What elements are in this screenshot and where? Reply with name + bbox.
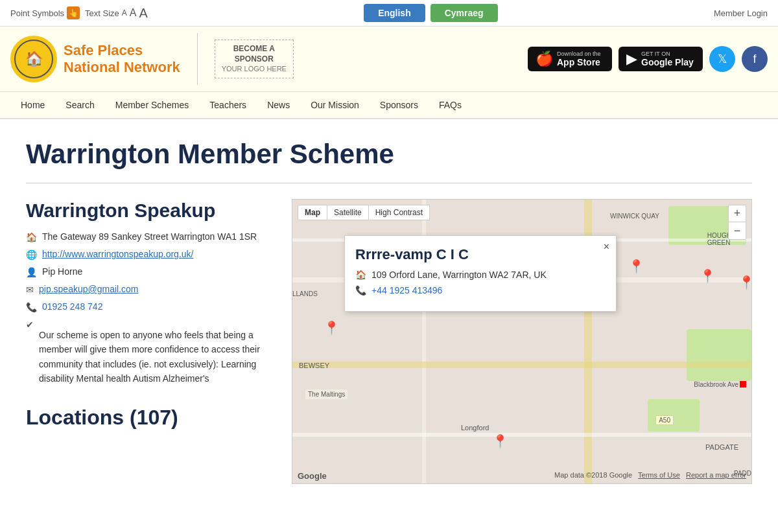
zoom-in-button[interactable]: +	[729, 205, 746, 222]
website-link[interactable]: http://www.warringtonspeakup.org.uk/	[42, 249, 193, 259]
popup-address: 109 Orford Lane, Warrington WA2 7AR, UK	[371, 270, 547, 280]
map-footer: Google Map data ©2018 Google Terms of Us…	[292, 471, 751, 481]
map-label-padgate: PADGATE	[705, 443, 738, 451]
map-pin-6[interactable]: 📍	[492, 434, 508, 449]
map-container[interactable]: WINWICK QUAY HOUGHTONGREEN HULME LLANDS …	[292, 199, 752, 484]
phone-link[interactable]: 01925 248 742	[42, 301, 102, 312]
appstore-badge[interactable]: 🍎 Download on the App Store	[528, 47, 612, 71]
popup-phone-link[interactable]: +44 1925 413496	[371, 285, 442, 295]
popup-title: Rrrre-vamp C I C	[355, 246, 606, 263]
map-tab-satellite[interactable]: Satellite	[327, 205, 369, 220]
main-columns: Warrington Speakup The Gateway 89 Sankey…	[26, 199, 752, 484]
map-label-maltings: The Maltings	[305, 389, 348, 399]
facebook-icon[interactable]: f	[742, 46, 768, 72]
nav-news[interactable]: News	[257, 92, 300, 118]
left-column: Warrington Speakup The Gateway 89 Sankey…	[26, 199, 272, 484]
sponsor-box[interactable]: BECOME A SPONSOR YOUR LOGO HERE	[215, 40, 294, 78]
nav-our-mission[interactable]: Our Mission	[300, 92, 370, 118]
website-icon	[26, 249, 37, 260]
english-button[interactable]: English	[364, 4, 425, 22]
language-switcher: English Cymraeg	[364, 4, 497, 22]
google-logo: Google	[298, 471, 327, 481]
map-pin-1[interactable]: 📍	[324, 320, 340, 336]
map-road6	[292, 433, 751, 437]
nav-home[interactable]: Home	[10, 92, 55, 118]
nav-member-schemes[interactable]: Member Schemes	[105, 92, 200, 118]
address-row: The Gateway 89 Sankey Street Warrington …	[26, 231, 272, 242]
map-label-bewsey: BEWSEY	[299, 362, 329, 369]
phone-row: 01925 248 742	[26, 301, 272, 312]
address-icon	[26, 232, 37, 242]
zoom-out-button[interactable]: −	[729, 222, 746, 239]
scheme-description: Our scheme is open to anyone who feels t…	[39, 328, 272, 386]
text-size-large[interactable]: A	[139, 6, 148, 21]
sponsor-line1: BECOME A	[233, 44, 275, 54]
map-label-llands: LLANDS	[292, 290, 318, 297]
appstore-main: App Store	[557, 57, 601, 67]
site-logo[interactable]: 🏠	[10, 36, 57, 82]
googleplay-main: Google Play	[641, 57, 694, 67]
header-divider	[197, 33, 198, 85]
logo-inner: 🏠	[14, 40, 53, 78]
map-data-text: Map data ©2018 Google Terms of Use Repor…	[554, 471, 746, 481]
member-login-link[interactable]: Member Login	[714, 8, 768, 18]
map-label-blackbrook: Blackbrook Ave	[694, 381, 738, 388]
contact-row: Pip Horne	[26, 266, 272, 277]
appstore-sub: Download on the	[557, 51, 601, 57]
site-name-line1: Safe Places National Network	[64, 42, 180, 76]
nav-teachers[interactable]: Teachers	[199, 92, 257, 118]
nav-search[interactable]: Search	[55, 92, 104, 118]
top-bar: Point Symbols 👆 Text Size A A A English …	[0, 0, 778, 27]
page-title: Warrington Member Scheme	[26, 139, 752, 170]
terms-link[interactable]: Terms of Use	[638, 471, 680, 479]
map-label-a50: A50	[655, 415, 674, 425]
text-size-small[interactable]: A	[122, 8, 127, 17]
contact-name: Pip Horne	[42, 266, 82, 277]
popup-close-button[interactable]: ×	[604, 241, 609, 253]
map-tab-map[interactable]: Map	[298, 205, 327, 220]
popup-phone-row: +44 1925 413496	[355, 285, 606, 295]
header-right: 🍎 Download on the App Store ▶ GET IT ON …	[528, 46, 768, 72]
googleplay-sub: GET IT ON	[641, 51, 694, 57]
sponsor-line3: YOUR LOGO HERE	[222, 64, 287, 73]
popup-address-icon	[355, 270, 366, 280]
point-symbols[interactable]: Point Symbols 👆	[10, 6, 80, 19]
nav-sponsors[interactable]: Sponsors	[370, 92, 429, 118]
point-symbols-icon: 👆	[67, 6, 80, 19]
top-bar-left: Point Symbols 👆 Text Size A A A	[10, 6, 148, 21]
phone-icon	[26, 302, 37, 312]
map-label-winwick: WINWICK QUAY	[610, 213, 659, 220]
site-name: Safe Places National Network	[64, 42, 180, 76]
map-tab-highcontrast[interactable]: High Contrast	[369, 205, 429, 220]
logo-area: 🏠 Safe Places National Network	[10, 36, 180, 82]
address-text: The Gateway 89 Sankey Street Warrington …	[42, 231, 257, 242]
map-pin-3[interactable]: 📍	[628, 259, 644, 274]
map-pin-4[interactable]: 📍	[700, 268, 716, 284]
sponsor-line2: SPONSOR	[235, 54, 274, 65]
report-link[interactable]: Report a map error	[686, 471, 746, 479]
page-content: Warrington Member Scheme Warrington Spea…	[13, 119, 765, 503]
map-indicator	[740, 381, 746, 387]
text-size-control: Text Size A A A	[85, 6, 148, 21]
email-icon	[26, 284, 34, 295]
scheme-name: Warrington Speakup	[26, 199, 272, 222]
map-pin-5[interactable]: 📍	[738, 275, 753, 290]
email-link[interactable]: pip.speakup@gmail.com	[39, 284, 139, 294]
googleplay-icon: ▶	[626, 51, 637, 67]
text-size-medium[interactable]: A	[130, 7, 137, 19]
map-tabs: Map Satellite High Contrast	[298, 205, 430, 220]
locations-title: Locations (107)	[26, 406, 272, 430]
googleplay-badge[interactable]: ▶ GET IT ON Google Play	[619, 47, 703, 71]
page-divider	[26, 183, 752, 183]
desc-icon	[26, 319, 34, 330]
map-road4	[292, 362, 751, 368]
twitter-icon[interactable]: 𝕏	[709, 46, 735, 72]
main-nav: Home Search Member Schemes Teachers News…	[0, 92, 778, 119]
map-popup: × Rrrre-vamp C I C 109 Orford Lane, Warr…	[344, 235, 617, 312]
text-size-label: Text Size	[85, 8, 119, 18]
nav-faqs[interactable]: FAQs	[429, 92, 472, 118]
site-header: 🏠 Safe Places National Network BECOME A …	[0, 27, 778, 92]
description-row: Our scheme is open to anyone who feels t…	[26, 319, 272, 386]
cymraeg-button[interactable]: Cymraeg	[430, 4, 498, 22]
popup-phone-icon	[355, 285, 366, 295]
